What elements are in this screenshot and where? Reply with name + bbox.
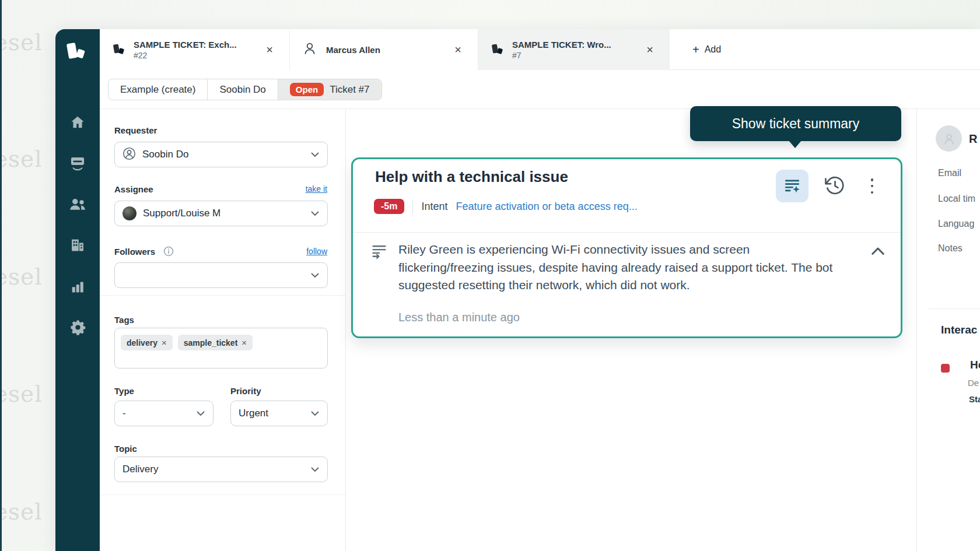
settings-gear-icon[interactable] <box>55 319 100 336</box>
close-icon[interactable]: × <box>451 43 465 57</box>
topic-select[interactable]: Delivery <box>114 457 328 482</box>
tab-marcus-allen[interactable]: Marcus Allen × <box>290 29 478 70</box>
language-field-label: Languag <box>938 219 974 229</box>
requester-value: Soobin Do <box>142 149 188 160</box>
ticket-meta-row: -5m Intent Feature activation or beta ac… <box>374 199 638 214</box>
interaction-status-bullet <box>941 364 950 373</box>
breadcrumb-segment-soobin-do[interactable]: Soobin Do <box>208 79 278 100</box>
ticket-icon <box>113 43 124 56</box>
requester-select[interactable]: Soobin Do <box>114 142 328 167</box>
collapse-chevron-up-icon[interactable] <box>870 247 886 258</box>
status-badge: Open <box>290 83 324 96</box>
reports-icon[interactable] <box>55 278 100 294</box>
email-field-label: Email <box>938 168 961 178</box>
tab-title: SAMPLE TICKET: Exch... <box>134 40 262 50</box>
followers-label: Followers <box>114 247 155 257</box>
priority-value: Urgent <box>239 408 268 419</box>
topic-label: Topic <box>114 444 137 454</box>
intent-label: Intent <box>421 201 447 213</box>
tab-bar: SAMPLE TICKET: Exch... #22 × Marcus Alle… <box>100 29 980 70</box>
ticket-summary-text: Riley Green is experiencing Wi-Fi connec… <box>398 241 845 294</box>
type-label: Type <box>114 386 134 396</box>
type-select[interactable]: - <box>114 401 214 426</box>
priority-select[interactable]: Urgent <box>230 401 328 426</box>
section-divider <box>100 295 345 296</box>
ticket-icon <box>491 43 503 56</box>
tag-chip[interactable]: sample_ticket × <box>178 335 253 350</box>
breadcrumb-segment-example[interactable]: Example (create) <box>108 79 208 100</box>
intent-link[interactable]: Feature activation or beta access req... <box>456 201 638 213</box>
notes-field-label: Notes <box>938 243 963 254</box>
remove-tag-icon[interactable]: × <box>242 338 247 347</box>
tag-chip[interactable]: delivery × <box>121 335 173 350</box>
section-divider <box>100 494 345 495</box>
background-watermark: esel <box>0 29 43 55</box>
sla-badge: -5m <box>374 199 404 214</box>
followers-select[interactable] <box>114 262 328 288</box>
tab-subtitle: #22 <box>134 51 262 60</box>
people-icon[interactable] <box>55 196 100 212</box>
assignee-avatar <box>123 206 136 220</box>
breadcrumb-label: Example (create) <box>120 84 195 96</box>
interactions-heading: Interac <box>941 324 977 336</box>
chevron-down-icon <box>311 270 319 280</box>
show-summary-button[interactable] <box>776 170 808 202</box>
customer-avatar <box>936 125 962 152</box>
organization-icon[interactable] <box>55 237 100 253</box>
breadcrumb-segment-ticket[interactable]: Open Ticket #7 <box>278 79 382 100</box>
local-time-field-label: Local tim <box>938 194 975 204</box>
info-icon <box>163 246 174 259</box>
chevron-down-icon <box>311 408 319 419</box>
remove-tag-icon[interactable]: × <box>162 338 167 347</box>
close-icon[interactable]: × <box>262 43 276 57</box>
close-icon[interactable]: × <box>643 43 657 57</box>
tab-title: SAMPLE TICKET: Wro... <box>512 40 643 50</box>
interaction-item-line3: Sta <box>969 394 980 404</box>
tag-label: sample_ticket <box>184 338 238 348</box>
tab-sample-ticket-7[interactable]: SAMPLE TICKET: Wro... #7 × <box>478 29 670 70</box>
summary-lines-icon <box>371 243 387 262</box>
plus-icon: + <box>692 43 699 57</box>
tooltip-text: Show ticket summary <box>732 116 860 132</box>
tab-title: Marcus Allen <box>326 45 451 55</box>
assignee-value: Support/Louise M <box>143 208 220 219</box>
add-tab-button[interactable]: + Add <box>678 29 735 70</box>
assignee-select[interactable]: Support/Louise M <box>114 201 328 226</box>
chevron-down-icon <box>311 464 319 475</box>
tooltip: Show ticket summary <box>690 106 901 141</box>
breadcrumb-label: Soobin Do <box>219 84 265 96</box>
sidebar <box>55 29 100 551</box>
ticket-summary-card: Help with a technical issue <box>351 157 902 338</box>
background-watermark: esel <box>0 499 43 525</box>
breadcrumb: Example (create) Soobin Do Open Ticket #… <box>108 79 382 100</box>
tag-label: delivery <box>127 338 158 348</box>
inbox-queue-icon[interactable] <box>55 155 100 171</box>
tab-sample-ticket-22[interactable]: SAMPLE TICKET: Exch... #22 × <box>100 29 290 70</box>
tags-label: Tags <box>114 315 134 325</box>
person-icon <box>303 41 317 58</box>
customer-panel: R Email Local tim Languag Notes Interac … <box>916 109 980 551</box>
assignee-label: Assignee <box>114 184 153 194</box>
take-it-link[interactable]: take it <box>306 184 327 194</box>
breadcrumb-label: Ticket #7 <box>330 84 369 96</box>
ticket-title: Help with a technical issue <box>375 168 568 186</box>
tooltip-caret <box>789 141 802 148</box>
app-logo-icon[interactable] <box>55 37 100 70</box>
chevron-down-icon <box>311 208 319 219</box>
panel-divider <box>929 308 980 309</box>
home-icon[interactable] <box>55 114 100 131</box>
chevron-down-icon <box>311 149 319 160</box>
breadcrumb-row: Example (create) Soobin Do Open Ticket #… <box>100 70 980 109</box>
kebab-menu-icon[interactable] <box>867 177 877 195</box>
history-icon[interactable] <box>824 175 846 199</box>
ticket-main-area: Help with a technical issue <box>346 109 916 551</box>
type-value: - <box>123 408 126 419</box>
background-watermark: esel <box>0 381 43 407</box>
interaction-item-title[interactable]: He <box>970 359 980 371</box>
follow-link[interactable]: follow <box>306 247 327 256</box>
requester-label: Requester <box>114 125 157 135</box>
customer-name: R <box>969 132 977 146</box>
screen-edge-line <box>0 0 2 551</box>
tags-input[interactable]: delivery × sample_ticket × <box>114 328 328 368</box>
person-circle-icon <box>123 147 136 163</box>
